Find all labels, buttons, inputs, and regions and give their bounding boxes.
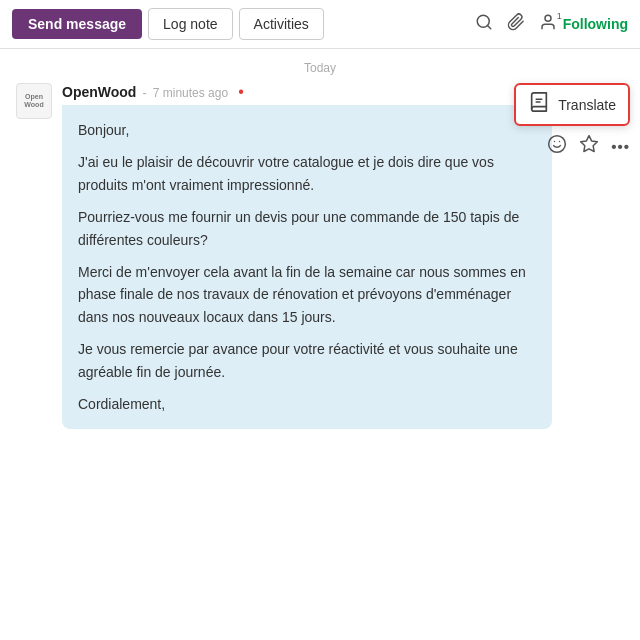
log-note-button[interactable]: Log note bbox=[148, 8, 233, 40]
emoji-icon[interactable] bbox=[547, 134, 567, 159]
star-icon[interactable] bbox=[579, 134, 599, 159]
user-icon[interactable]: 1 bbox=[539, 13, 557, 36]
translate-popup: Translate ••• bbox=[514, 83, 630, 163]
translate-label: Translate bbox=[558, 97, 616, 113]
toolbar: Send message Log note Activities 1 Follo… bbox=[0, 0, 640, 49]
translate-tooltip[interactable]: Translate bbox=[514, 83, 630, 126]
message-line-4: Merci de m'envoyer cela avant la fin de … bbox=[78, 261, 536, 328]
message-line-1: Bonjour, bbox=[78, 119, 536, 141]
time-separator: - bbox=[142, 85, 146, 100]
avatar: OpenWood bbox=[16, 83, 52, 119]
send-message-button[interactable]: Send message bbox=[12, 9, 142, 39]
message-area: OpenWood OpenWood - 7 minutes ago • Bonj… bbox=[0, 83, 640, 445]
message-bubble: Bonjour, J'ai eu le plaisir de découvrir… bbox=[62, 105, 552, 429]
svg-point-3 bbox=[549, 136, 566, 153]
avatar-label: OpenWood bbox=[24, 93, 43, 110]
sender-name: OpenWood bbox=[62, 84, 136, 100]
message-line-6: Cordialement, bbox=[78, 393, 536, 415]
svg-line-1 bbox=[487, 25, 490, 28]
svg-marker-6 bbox=[581, 136, 598, 152]
message-line-3: Pourriez-vous me fournir un devis pour u… bbox=[78, 206, 536, 251]
activities-button[interactable]: Activities bbox=[239, 8, 324, 40]
search-icon[interactable] bbox=[475, 13, 493, 36]
svg-point-2 bbox=[545, 15, 551, 21]
date-divider: Today bbox=[0, 49, 640, 83]
paperclip-icon[interactable] bbox=[507, 13, 525, 36]
toolbar-icons: 1 bbox=[475, 13, 557, 36]
message-line-5: Je vous remercie par avance pour votre r… bbox=[78, 338, 536, 383]
translate-book-icon bbox=[528, 91, 550, 118]
unread-dot: • bbox=[238, 83, 244, 101]
following-button[interactable]: Following bbox=[563, 16, 628, 32]
message-line-2: J'ai eu le plaisir de découvrir votre ca… bbox=[78, 151, 536, 196]
user-count: 1 bbox=[557, 11, 562, 21]
more-actions-icon[interactable]: ••• bbox=[611, 138, 630, 155]
message-actions: ••• bbox=[514, 130, 630, 163]
message-time: 7 minutes ago bbox=[153, 86, 228, 100]
